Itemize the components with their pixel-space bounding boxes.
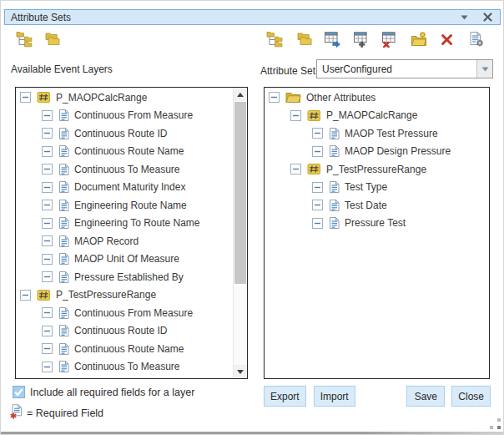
resize-grip[interactable]: [490, 418, 501, 429]
tree-item-other-attributes[interactable]: Other Attributes: [265, 89, 489, 107]
tree-item-test-date[interactable]: Test Date: [265, 196, 489, 215]
collapse-toggle-icon[interactable]: [42, 218, 53, 229]
collapse-toggle-icon[interactable]: [269, 92, 280, 103]
tree-item-p-maopcalcrange[interactable]: P_MAOPCalcRange: [265, 107, 489, 125]
tree-item-label: MAOP Record: [74, 235, 139, 247]
collapse-toggle-icon[interactable]: [290, 110, 301, 121]
collapse-toggle-icon[interactable]: [42, 235, 53, 246]
tree-item-maop-unit-of-measure[interactable]: MAOP Unit Of Measure: [16, 250, 232, 269]
titlebar: Attribute Sets: [4, 9, 501, 25]
tree-item-continuous-route-name[interactable]: Continuous Route Name: [16, 143, 232, 161]
collapse-all-layers-button[interactable]: [43, 33, 60, 49]
doc-icon: [58, 109, 69, 122]
doc-icon: [58, 271, 69, 284]
attribute-sets-dialog: Attribute Sets Available Event Layers At…: [0, 0, 504, 435]
save-button[interactable]: Save: [406, 386, 445, 407]
tree-item-continuous-route-id[interactable]: Continuous Route ID: [16, 124, 232, 143]
attribute-set-properties-button[interactable]: [468, 33, 485, 49]
collapse-toggle-icon[interactable]: [42, 164, 53, 175]
collapse-toggle-icon[interactable]: [42, 128, 53, 139]
collapse-toggle-icon[interactable]: [312, 200, 323, 210]
available-event-layers-label: Available Event Layers: [11, 63, 113, 75]
doc-icon: [58, 163, 69, 176]
tree-item-document-maturity-index[interactable]: Document Maturity Index: [16, 179, 232, 197]
tree-item-label: MAOP Design Pressure: [345, 145, 451, 157]
collapse-toggle-icon[interactable]: [42, 271, 53, 282]
folder-icon: [285, 91, 301, 104]
doc-icon: [58, 180, 69, 194]
vertical-scrollbar[interactable]: [233, 88, 247, 378]
export-attribute-set-button[interactable]: [324, 33, 340, 49]
scrollbar-thumb[interactable]: [234, 102, 246, 284]
collapse-toggle-icon[interactable]: [42, 110, 53, 121]
tree-item-p-testpressurerange[interactable]: P_TestPressureRange: [16, 286, 232, 305]
tree-item-p-testpressurerange[interactable]: P_TestPressureRange: [265, 160, 489, 179]
include-required-fields-checkbox[interactable]: [13, 386, 25, 398]
collapse-toggle-icon[interactable]: [42, 146, 53, 157]
import-button[interactable]: Import: [314, 386, 355, 407]
collapse-toggle-icon[interactable]: [42, 326, 53, 336]
remove-attribute-set-button[interactable]: [381, 33, 398, 49]
tree-item-continuous-from-measure[interactable]: Continuous From Measure: [16, 107, 232, 125]
collapse-toggle-icon[interactable]: [42, 200, 53, 210]
tree-folders-icon: [16, 31, 33, 51]
collapse-toggle-icon[interactable]: [42, 254, 53, 265]
collapse-toggle-icon[interactable]: [312, 182, 323, 193]
tree-item-label: Test Date: [345, 200, 387, 211]
folders-icon: [43, 31, 60, 51]
delete-selected-button[interactable]: [439, 33, 456, 49]
tree-item-maop-test-pressure[interactable]: MAOP Test Pressure: [265, 124, 489, 143]
tree-item-label: Continuous To Measure: [74, 361, 180, 372]
doc-icon: [58, 324, 69, 337]
tree-item-label: P_TestPressureRange: [326, 164, 426, 175]
scroll-up-button[interactable]: [234, 88, 247, 101]
layer-icon: [37, 91, 51, 104]
doc-icon: [58, 342, 69, 356]
collapse-toggle-icon[interactable]: [20, 290, 31, 301]
table-x-icon: [381, 31, 398, 51]
tree-item-label: Pressure Test: [345, 217, 406, 229]
dropdown-arrow-button[interactable]: [476, 60, 492, 78]
scroll-down-button[interactable]: [234, 365, 247, 378]
doc-icon: [329, 199, 340, 212]
add-attribute-set-button[interactable]: [353, 33, 370, 49]
folders-icon: [295, 31, 312, 51]
tree-item-maop-record[interactable]: MAOP Record: [16, 232, 232, 250]
collapse-toggle-icon[interactable]: [312, 146, 323, 157]
collapse-toggle-icon[interactable]: [20, 92, 31, 103]
tree-item-continuous-route-name[interactable]: Continuous Route Name: [16, 340, 232, 358]
tree-item-maop-design-pressure[interactable]: MAOP Design Pressure: [265, 143, 489, 161]
tree-item-pressure-test[interactable]: Pressure Test: [265, 215, 489, 233]
page-gear-icon: [468, 31, 485, 51]
attribute-set-dropdown-value: UserConfigured: [317, 63, 476, 75]
expand-all-layers-button[interactable]: [16, 33, 33, 49]
collapse-all-attributes-button[interactable]: [295, 33, 312, 49]
tree-item-p-maopcalcrange[interactable]: P_MAOPCalcRange: [16, 89, 232, 107]
save-close-buttons: SaveClose: [406, 386, 491, 407]
doc-icon: [58, 360, 69, 373]
tree-item-label: Continuous Route Name: [74, 343, 184, 355]
expand-all-attributes-button[interactable]: [266, 33, 283, 49]
collapse-dialog-button[interactable]: [457, 11, 471, 24]
new-attribute-group-button[interactable]: [411, 33, 427, 49]
tree-item-test-type[interactable]: Test Type: [265, 179, 489, 197]
export-button[interactable]: Export: [264, 386, 306, 407]
collapse-toggle-icon[interactable]: [312, 128, 323, 139]
tree-item-continuous-to-measure[interactable]: Continuous To Measure: [16, 358, 232, 377]
collapse-toggle-icon[interactable]: [290, 164, 301, 175]
attribute-set-dropdown[interactable]: UserConfigured: [316, 59, 493, 78]
close-dialog-button[interactable]: [481, 11, 494, 24]
tree-item-continuous-route-id[interactable]: Continuous Route ID: [16, 322, 232, 341]
collapse-toggle-icon[interactable]: [42, 343, 53, 354]
collapse-toggle-icon[interactable]: [42, 182, 53, 193]
window-title: Attribute Sets: [5, 12, 457, 23]
tree-item-continuous-to-measure[interactable]: Continuous To Measure: [16, 160, 232, 179]
tree-item-pressure-established-by[interactable]: Pressure Established By: [16, 268, 232, 286]
collapse-toggle-icon[interactable]: [312, 218, 323, 229]
collapse-toggle-icon[interactable]: [42, 362, 53, 372]
tree-item-engineering-route-name[interactable]: Engineering Route Name: [16, 196, 232, 215]
close-button[interactable]: Close: [451, 386, 491, 407]
collapse-toggle-icon[interactable]: [42, 307, 53, 318]
tree-item-continuous-from-measure[interactable]: Continuous From Measure: [16, 304, 232, 322]
tree-item-engineering-to-route-name[interactable]: Engineering To Route Name: [16, 215, 232, 233]
